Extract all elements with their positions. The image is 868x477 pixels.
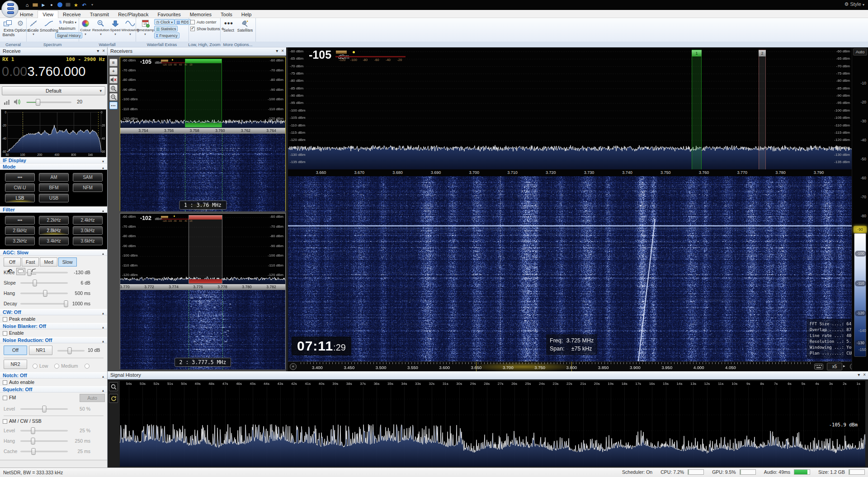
decay-slider[interactable] xyxy=(20,303,68,304)
nr2-button[interactable]: NR2 xyxy=(4,360,27,369)
filter-button-3-2khz[interactable]: 3.2kHz xyxy=(5,237,35,245)
smoothing-button[interactable]: Smoothing xyxy=(40,19,58,33)
rx2-passband[interactable] xyxy=(189,215,222,284)
rx2-waterfall[interactable]: 2 : 3.777.5 MHz xyxy=(120,290,285,369)
filter-button-2-8khz[interactable]: 2.8kHz xyxy=(39,226,69,235)
agc-med-button[interactable]: Med xyxy=(40,257,57,267)
history-refresh-button[interactable] xyxy=(109,394,118,403)
volume-slider[interactable] xyxy=(26,102,71,103)
more-receiver-options-button[interactable]: ••• xyxy=(109,102,118,109)
slider-handle[interactable] xyxy=(33,280,37,286)
fm-squelch-checkbox[interactable]: FM xyxy=(3,395,16,400)
download-icon[interactable] xyxy=(56,1,63,9)
undo-icon[interactable]: ↶ xyxy=(80,1,88,9)
rx1-passband[interactable] xyxy=(185,59,222,127)
main-frequency-axis[interactable]: 3.6603.6703.6803.6903.7003.7103.7203.730… xyxy=(288,169,852,176)
maximum-button[interactable]: Maximum xyxy=(59,26,75,32)
play-icon[interactable]: ▶ xyxy=(40,1,47,9)
filter-button-3-0khz[interactable]: 3.0kHz xyxy=(73,226,103,235)
ssb-squelch-checkbox[interactable]: AM / CW / SSB xyxy=(0,417,107,426)
collapse-icon[interactable]: ▾ xyxy=(276,48,278,53)
nr-off-button[interactable]: Off xyxy=(4,346,27,355)
section-filter[interactable]: Filter▴ xyxy=(0,206,107,213)
show-buttons-checkbox[interactable]: Show buttons ❖ xyxy=(190,27,225,31)
receiver-2-display[interactable]: -60 dBm-70 dBm-80 dBm-90 dBm-100 dBm-110… xyxy=(120,213,286,369)
agc-slow-button[interactable]: Slow xyxy=(58,257,77,267)
navigator-back-button[interactable]: « xyxy=(290,363,297,370)
mode-button-nfm[interactable]: NFM xyxy=(73,183,103,192)
peak-enable-checkbox[interactable]: Peak enable xyxy=(0,315,107,323)
filter-button-2-2khz[interactable]: 2.2kHz xyxy=(39,216,69,224)
profile-select[interactable]: Default▾ xyxy=(2,86,105,95)
quick-access-dropdown-icon[interactable]: ▾ xyxy=(89,1,96,9)
section-noise-blanker[interactable]: Noise Blanker: Off▴ xyxy=(0,323,107,329)
zoom-out-button[interactable] xyxy=(109,93,118,101)
scale-button[interactable]: Scale ▾ xyxy=(27,19,40,36)
mode-button-usb[interactable]: USB xyxy=(39,194,69,202)
menu-tab-view[interactable]: View xyxy=(38,10,58,19)
collapse-icon[interactable]: ▾ xyxy=(858,372,860,377)
slider-handle[interactable] xyxy=(31,448,35,455)
tuned-frequency[interactable]: 0.003.760.000 xyxy=(2,64,85,79)
statistics-toggle[interactable]: ▥ Statistics xyxy=(154,26,178,32)
section-cw[interactable]: CW: Off▴ xyxy=(0,309,107,315)
agc-fast-button[interactable]: Fast xyxy=(22,257,39,267)
mode-button-lsb[interactable]: LSB xyxy=(5,194,35,202)
add-receiver-button[interactable]: + xyxy=(109,67,118,75)
range-top-handle[interactable]: -90 xyxy=(854,226,867,233)
slider-handle[interactable] xyxy=(43,290,47,297)
notch-auto-checkbox[interactable]: Auto enable xyxy=(0,379,107,386)
levels-icon[interactable] xyxy=(4,99,10,105)
filter-button-2-6khz[interactable]: 2.6kHz xyxy=(5,226,35,235)
style-menu[interactable]: ⚙ Style ▾ xyxy=(844,1,864,7)
slider-handle[interactable] xyxy=(27,269,31,276)
hang-slider[interactable] xyxy=(20,293,68,294)
speed-button[interactable]: Speed ▾ xyxy=(109,19,121,36)
resolution-button[interactable]: Resolution ▾ xyxy=(92,19,109,36)
zoom-in-button[interactable] xyxy=(109,84,118,92)
app-logo-icon[interactable] xyxy=(1,0,19,18)
cache-slider[interactable] xyxy=(20,451,68,452)
knee-slider[interactable] xyxy=(20,272,68,273)
close-icon[interactable]: × xyxy=(281,48,284,53)
nr-slider[interactable] xyxy=(57,350,85,351)
folder-icon[interactable] xyxy=(32,1,39,9)
agc-off-button[interactable]: Off xyxy=(4,257,21,267)
filter-button-3-6khz[interactable]: 3.6kHz xyxy=(73,237,103,245)
band-navigator[interactable]: « 3.4003.4503.5003.5503.6003.6503.7003.7… xyxy=(288,361,852,371)
record-icon[interactable]: ● xyxy=(48,1,55,9)
rx2-frequency-axis[interactable]: 3.7703.7723.7743.7763.7783.7803.782 xyxy=(120,284,285,290)
frequency-toggle[interactable]: Σ Frequency xyxy=(154,33,179,38)
mode-button-[interactable]: ••• xyxy=(5,173,35,182)
rx1-spectrum[interactable]: -60 dBm-70 dBm-80 dBm-90 dBm-100 dBm-110… xyxy=(120,57,285,128)
peaks-button[interactable]: ⇅ Peaks ▾ xyxy=(59,19,76,25)
audio-spectrum-graph[interactable]: 0-20-40-600-20-40-60501002004008001k6 xyxy=(1,109,106,157)
close-icon[interactable]: × xyxy=(863,372,866,377)
waterfall-scale-strip[interactable]: Auto -10-20-30-40-50-60-70-80 -90 -100-1… xyxy=(852,47,868,371)
filter-button-3-4khz[interactable]: 3.4kHz xyxy=(39,237,69,245)
signal-history-graph[interactable]: 54s53s52s51s50s49s48s47s46s45s44s43s42s4… xyxy=(120,381,865,467)
squelch-auto-button[interactable]: Auto xyxy=(80,394,105,402)
nb-enable-checkbox[interactable]: Enable xyxy=(0,329,107,337)
nr1-button[interactable]: NR1 xyxy=(29,346,52,355)
section-notch[interactable]: Notch: Off▴ xyxy=(0,372,107,379)
level-slider[interactable] xyxy=(20,408,68,410)
clock-toggle[interactable]: ◷ Clock ▾ xyxy=(154,19,175,25)
section-agc[interactable]: AGC: Slow▴ xyxy=(0,249,107,256)
mute-button[interactable] xyxy=(109,76,118,84)
nr2-radio-medium[interactable]: Medium xyxy=(54,363,78,369)
colour-button[interactable]: Colour ▾ xyxy=(80,19,91,36)
waterfall-range-slider[interactable]: -90 -100-110-120-130 xyxy=(854,226,867,357)
collapse-icon[interactable]: ▾ xyxy=(97,48,99,53)
keyboard-icon[interactable] xyxy=(814,364,823,369)
frequency-display[interactable]: RX 1 100 - 2900 Hz 0.003.760.000 xyxy=(0,56,107,84)
filter-button-2-4khz[interactable]: 2.4kHz xyxy=(73,216,103,224)
play-icon[interactable]: ▸ xyxy=(843,364,845,368)
speaker-icon[interactable] xyxy=(14,98,21,105)
rx1-frequency-axis[interactable]: 3.7543.7563.7583.7603.7623.764 xyxy=(120,128,285,134)
mode-button-sam[interactable]: SAM xyxy=(73,173,103,182)
hang-slider[interactable] xyxy=(20,440,68,442)
timestamp-button[interactable]: 15 Timestamp ▾ xyxy=(137,19,154,36)
slider-handle[interactable] xyxy=(31,427,35,434)
receiver-list-button[interactable]: ≡ xyxy=(109,59,118,66)
